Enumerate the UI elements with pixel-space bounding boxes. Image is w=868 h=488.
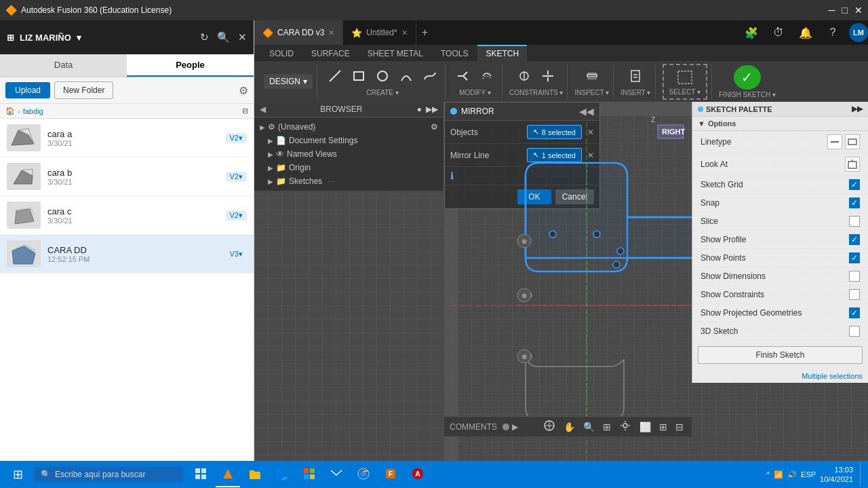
taskbar-app-8[interactable]: A <box>406 462 430 487</box>
file-tab-close-icon[interactable]: ✕ <box>328 29 334 37</box>
insert-button[interactable] <box>625 67 646 86</box>
display-settings-button[interactable] <box>616 418 634 435</box>
finish-sketch-button[interactable]: ✓ FINISH SKETCH ▾ <box>719 65 776 98</box>
select-group-box[interactable]: SELECT ▾ <box>663 64 708 100</box>
tab-data[interactable]: Data <box>0 54 127 77</box>
browser-sync-icon[interactable]: ● <box>417 105 422 114</box>
rectangle-tool-button[interactable] <box>348 67 370 86</box>
taskbar-fusion-app[interactable] <box>216 462 240 487</box>
sketch-palette-expand-icon[interactable]: ▶▶ <box>852 105 863 113</box>
view-cube[interactable]: Z RIGHT <box>644 109 685 143</box>
browser-item-sketches[interactable]: ▶ 📁 Sketches ···· <box>254 174 443 188</box>
arc-tool-button[interactable] <box>395 67 417 86</box>
file-version-cara-b[interactable]: V2▾ <box>226 172 247 182</box>
circle-tool-button[interactable] <box>372 67 393 86</box>
help-icon[interactable]: ? <box>822 22 844 43</box>
viewport-display-button[interactable] <box>540 418 558 435</box>
projected-geo-checkbox[interactable]: ✓ <box>849 307 860 318</box>
file-tab-cara-dd[interactable]: 🔶 CARA DD v3 ✕ <box>254 20 343 45</box>
linetype-icon-2[interactable] <box>845 134 860 149</box>
constraints-button-2[interactable] <box>537 67 559 86</box>
user-avatar[interactable]: LM <box>849 23 868 42</box>
tray-keyboard-layout[interactable]: ESP <box>801 470 816 478</box>
show-profile-checkbox[interactable]: ✓ <box>849 234 860 245</box>
tray-network-icon[interactable]: 📶 <box>774 470 783 479</box>
search-icon[interactable]: 🔍 <box>217 31 230 43</box>
taskbar-edge-browser[interactable] <box>270 462 294 487</box>
ribbon-tab-surface[interactable]: SURFACE <box>303 45 358 61</box>
ribbon-tab-sketch[interactable]: SKETCH <box>477 45 527 61</box>
extension-icon[interactable]: 🧩 <box>741 22 762 43</box>
slice-checkbox[interactable] <box>849 216 860 227</box>
breadcrumb-list-icon[interactable]: ⊟ <box>242 107 248 115</box>
taskbar-mail[interactable] <box>324 462 349 487</box>
sketch-grid-checkbox[interactable]: ✓ <box>849 179 860 190</box>
untitled-tab-close-icon[interactable]: ✕ <box>401 29 408 37</box>
browser-item-origin[interactable]: ▶ 📁 Origin <box>254 161 443 174</box>
breadcrumb-home-icon[interactable]: 🏠 <box>5 107 15 115</box>
pan-button[interactable]: ✋ <box>561 420 578 434</box>
taskbar-search[interactable]: 🔍 Escribe aquí para buscar <box>34 467 183 482</box>
file-item-cara-dd[interactable]: CARA DD 12:52:15 PM V3▾ <box>0 235 254 274</box>
new-folder-button[interactable]: New Folder <box>54 81 113 99</box>
snap-checkbox[interactable]: ✓ <box>849 198 860 208</box>
close-panel-icon[interactable]: ✕ <box>238 31 247 43</box>
taskbar-task-view[interactable] <box>189 462 213 487</box>
browser-item-doc-settings[interactable]: ▶ 📄 Document Settings <box>254 134 443 147</box>
spline-tool-button[interactable] <box>419 67 441 86</box>
constraints-button-1[interactable] <box>513 67 535 86</box>
account-name[interactable]: LIZ MARIÑO <box>20 33 71 43</box>
start-button[interactable]: ⊞ <box>4 461 31 488</box>
design-dropdown-button[interactable]: DESIGN ▾ <box>264 74 313 89</box>
file-version-cara-a[interactable]: V2▾ <box>226 133 247 143</box>
select-button[interactable] <box>674 68 696 87</box>
show-constraints-checkbox[interactable] <box>849 289 860 300</box>
trim-tool-button[interactable] <box>452 67 474 86</box>
file-tab-untitled[interactable]: ⭐ Untitled* ✕ <box>343 20 416 45</box>
close-button[interactable]: ✕ <box>854 5 863 16</box>
taskbar-file-manager[interactable] <box>243 462 267 487</box>
ribbon-tab-solid[interactable]: SOLID <box>261 45 302 61</box>
3d-sketch-checkbox[interactable] <box>849 326 860 337</box>
display-mode-button[interactable]: ⬜ <box>637 420 654 434</box>
zoom-window-button[interactable]: ⊞ <box>600 420 614 434</box>
show-dimensions-checkbox[interactable] <box>849 271 860 282</box>
account-dropdown-icon[interactable]: ▾ <box>77 33 81 43</box>
palette-options-section[interactable]: ▼ Options <box>692 117 868 131</box>
ribbon-tab-tools[interactable]: TOOLS <box>433 45 476 61</box>
file-item-cara-c[interactable]: cara c 3/30/21 V2▾ <box>0 196 254 235</box>
file-item-cara-a[interactable]: cara a 3/30/21 V2▾ <box>0 119 254 157</box>
taskbar-store[interactable] <box>297 462 321 487</box>
new-tab-button[interactable]: + <box>416 20 433 45</box>
view-options-button[interactable]: ⊟ <box>673 420 686 434</box>
ribbon-tab-sheet-metal[interactable]: SHEET METAL <box>359 45 431 61</box>
file-version-cara-dd[interactable]: V3▾ <box>226 249 247 259</box>
zoom-button[interactable]: 🔍 <box>580 420 597 434</box>
tab-people[interactable]: People <box>127 54 254 77</box>
minimize-button[interactable]: ─ <box>829 5 835 16</box>
system-clock[interactable]: 13:03 10/4/2021 <box>820 465 853 485</box>
look-at-button[interactable] <box>845 157 860 172</box>
file-version-cara-c[interactable]: V2▾ <box>226 210 247 221</box>
settings-gear-icon[interactable]: ⚙ <box>239 84 248 97</box>
linetype-icon-1[interactable] <box>827 134 842 149</box>
jobs-icon[interactable]: ⏱ <box>768 22 789 43</box>
browser-collapse-left[interactable]: ◀ <box>260 105 266 114</box>
line-tool-button[interactable] <box>324 67 346 86</box>
tray-volume-icon[interactable]: 🔊 <box>787 470 797 479</box>
tree-settings-icon[interactable]: ⚙ <box>431 122 438 132</box>
tray-expand-icon[interactable]: ^ <box>766 470 770 478</box>
browser-expand-icon[interactable]: ▶▶ <box>426 105 438 114</box>
show-desktop-icon[interactable] <box>860 462 864 487</box>
refresh-icon[interactable]: ↻ <box>200 31 209 43</box>
comments-expand-icon[interactable]: ▶ <box>512 422 518 432</box>
show-points-checkbox[interactable]: ✓ <box>849 252 860 263</box>
breadcrumb-folder[interactable]: fabdig <box>23 107 43 115</box>
finish-sketch-palette-button[interactable]: Finish Sketch <box>698 346 863 364</box>
browser-item-unsaved[interactable]: ▶ ⚙ (Unsaved) ⚙ <box>254 120 443 134</box>
taskbar-chrome[interactable] <box>351 462 376 487</box>
taskbar-app-7[interactable]: F <box>378 462 403 487</box>
file-item-cara-b[interactable]: cara b 3/30/21 V2▾ <box>0 157 254 196</box>
offset-tool-button[interactable] <box>476 67 498 86</box>
maximize-button[interactable]: □ <box>842 5 848 16</box>
